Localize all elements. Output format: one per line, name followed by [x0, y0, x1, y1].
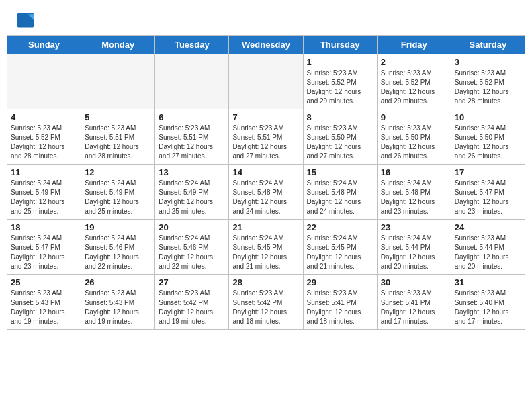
- day-number: 26: [85, 277, 151, 287]
- day-info: Sunrise: 5:24 AM Sunset: 5:49 PM Dayligh…: [11, 179, 77, 216]
- day-number: 31: [455, 277, 521, 287]
- weekday-header-tuesday: Tuesday: [155, 36, 229, 54]
- day-number: 5: [85, 112, 151, 122]
- calendar-cell: 26Sunrise: 5:23 AM Sunset: 5:43 PM Dayli…: [81, 275, 155, 330]
- day-number: 13: [159, 167, 225, 177]
- day-info: Sunrise: 5:24 AM Sunset: 5:45 PM Dayligh…: [232, 234, 299, 271]
- calendar-cell: [229, 54, 303, 109]
- calendar-cell: 5Sunrise: 5:23 AM Sunset: 5:51 PM Daylig…: [81, 109, 155, 165]
- day-number: 14: [232, 167, 299, 177]
- calendar-cell: 25Sunrise: 5:23 AM Sunset: 5:43 PM Dayli…: [7, 275, 81, 330]
- day-info: Sunrise: 5:24 AM Sunset: 5:44 PM Dayligh…: [381, 234, 447, 271]
- weekday-header-friday: Friday: [377, 36, 451, 54]
- day-info: Sunrise: 5:24 AM Sunset: 5:46 PM Dayligh…: [159, 234, 225, 271]
- day-info: Sunrise: 5:23 AM Sunset: 5:50 PM Dayligh…: [307, 124, 373, 161]
- day-number: 28: [232, 277, 299, 287]
- day-info: Sunrise: 5:24 AM Sunset: 5:47 PM Dayligh…: [11, 234, 77, 271]
- day-info: Sunrise: 5:24 AM Sunset: 5:49 PM Dayligh…: [159, 179, 225, 216]
- day-number: 11: [11, 167, 77, 177]
- weekday-header-wednesday: Wednesday: [229, 36, 303, 54]
- calendar-cell: 11Sunrise: 5:24 AM Sunset: 5:49 PM Dayli…: [7, 165, 81, 220]
- day-info: Sunrise: 5:23 AM Sunset: 5:43 PM Dayligh…: [85, 289, 151, 326]
- calendar-cell: 10Sunrise: 5:24 AM Sunset: 5:50 PM Dayli…: [451, 109, 525, 165]
- day-info: Sunrise: 5:23 AM Sunset: 5:51 PM Dayligh…: [85, 124, 151, 161]
- calendar-cell: 9Sunrise: 5:23 AM Sunset: 5:50 PM Daylig…: [377, 109, 451, 165]
- calendar-cell: 21Sunrise: 5:24 AM Sunset: 5:45 PM Dayli…: [229, 220, 303, 275]
- calendar-cell: 2Sunrise: 5:23 AM Sunset: 5:52 PM Daylig…: [377, 54, 451, 109]
- day-number: 2: [381, 57, 447, 67]
- calendar-cell: 31Sunrise: 5:23 AM Sunset: 5:40 PM Dayli…: [451, 275, 525, 330]
- day-number: 1: [307, 57, 373, 67]
- day-info: Sunrise: 5:24 AM Sunset: 5:49 PM Dayligh…: [85, 179, 151, 216]
- calendar-cell: 29Sunrise: 5:23 AM Sunset: 5:41 PM Dayli…: [303, 275, 377, 330]
- day-info: Sunrise: 5:23 AM Sunset: 5:41 PM Dayligh…: [307, 289, 373, 326]
- calendar-cell: [81, 54, 155, 109]
- day-number: 22: [307, 222, 373, 232]
- calendar-wrap: SundayMondayTuesdayWednesdayThursdayFrid…: [0, 35, 532, 336]
- day-number: 4: [11, 112, 77, 122]
- day-number: 7: [232, 112, 299, 122]
- day-number: 10: [455, 112, 521, 122]
- day-number: 29: [307, 277, 373, 287]
- day-number: 3: [455, 57, 521, 67]
- day-number: 9: [381, 112, 447, 122]
- weekday-header-monday: Monday: [81, 36, 155, 54]
- calendar-cell: [155, 54, 229, 109]
- day-info: Sunrise: 5:23 AM Sunset: 5:52 PM Dayligh…: [455, 68, 521, 106]
- page-header: [0, 0, 532, 35]
- calendar-cell: 14Sunrise: 5:24 AM Sunset: 5:48 PM Dayli…: [229, 165, 303, 220]
- weekday-header-thursday: Thursday: [303, 36, 377, 54]
- day-number: 20: [159, 222, 225, 232]
- day-number: 16: [381, 167, 447, 177]
- calendar-cell: 6Sunrise: 5:23 AM Sunset: 5:51 PM Daylig…: [155, 109, 229, 165]
- day-number: 21: [232, 222, 299, 232]
- calendar-week-3: 11Sunrise: 5:24 AM Sunset: 5:49 PM Dayli…: [7, 165, 525, 220]
- calendar-cell: 7Sunrise: 5:23 AM Sunset: 5:51 PM Daylig…: [229, 109, 303, 165]
- day-number: 6: [159, 112, 225, 122]
- day-info: Sunrise: 5:23 AM Sunset: 5:50 PM Dayligh…: [381, 124, 447, 161]
- day-info: Sunrise: 5:24 AM Sunset: 5:46 PM Dayligh…: [85, 234, 151, 271]
- logo-icon: [16, 11, 35, 30]
- calendar-cell: [7, 54, 81, 109]
- day-info: Sunrise: 5:24 AM Sunset: 5:48 PM Dayligh…: [307, 179, 373, 216]
- calendar-cell: 30Sunrise: 5:23 AM Sunset: 5:41 PM Dayli…: [377, 275, 451, 330]
- calendar-cell: 28Sunrise: 5:23 AM Sunset: 5:42 PM Dayli…: [229, 275, 303, 330]
- day-info: Sunrise: 5:23 AM Sunset: 5:41 PM Dayligh…: [381, 289, 447, 326]
- day-number: 24: [455, 222, 521, 232]
- day-info: Sunrise: 5:23 AM Sunset: 5:52 PM Dayligh…: [381, 68, 447, 106]
- calendar-cell: 19Sunrise: 5:24 AM Sunset: 5:46 PM Dayli…: [81, 220, 155, 275]
- day-number: 30: [381, 277, 447, 287]
- logo: [16, 11, 36, 30]
- calendar-cell: 17Sunrise: 5:24 AM Sunset: 5:47 PM Dayli…: [451, 165, 525, 220]
- calendar-cell: 18Sunrise: 5:24 AM Sunset: 5:47 PM Dayli…: [7, 220, 81, 275]
- day-info: Sunrise: 5:24 AM Sunset: 5:47 PM Dayligh…: [455, 179, 521, 216]
- day-info: Sunrise: 5:23 AM Sunset: 5:51 PM Dayligh…: [159, 124, 225, 161]
- day-info: Sunrise: 5:24 AM Sunset: 5:48 PM Dayligh…: [381, 179, 447, 216]
- weekday-header-sunday: Sunday: [7, 36, 81, 54]
- calendar-cell: 22Sunrise: 5:24 AM Sunset: 5:45 PM Dayli…: [303, 220, 377, 275]
- day-info: Sunrise: 5:23 AM Sunset: 5:52 PM Dayligh…: [11, 124, 77, 161]
- day-number: 27: [159, 277, 225, 287]
- day-info: Sunrise: 5:24 AM Sunset: 5:45 PM Dayligh…: [307, 234, 373, 271]
- day-info: Sunrise: 5:23 AM Sunset: 5:42 PM Dayligh…: [159, 289, 225, 326]
- day-number: 18: [11, 222, 77, 232]
- calendar-week-1: 1Sunrise: 5:23 AM Sunset: 5:52 PM Daylig…: [7, 54, 525, 109]
- calendar-cell: 16Sunrise: 5:24 AM Sunset: 5:48 PM Dayli…: [377, 165, 451, 220]
- calendar-cell: 3Sunrise: 5:23 AM Sunset: 5:52 PM Daylig…: [451, 54, 525, 109]
- day-number: 8: [307, 112, 373, 122]
- day-number: 15: [307, 167, 373, 177]
- calendar-cell: 4Sunrise: 5:23 AM Sunset: 5:52 PM Daylig…: [7, 109, 81, 165]
- day-number: 17: [455, 167, 521, 177]
- calendar-week-2: 4Sunrise: 5:23 AM Sunset: 5:52 PM Daylig…: [7, 109, 525, 165]
- day-number: 23: [381, 222, 447, 232]
- calendar-cell: 15Sunrise: 5:24 AM Sunset: 5:48 PM Dayli…: [303, 165, 377, 220]
- day-info: Sunrise: 5:23 AM Sunset: 5:44 PM Dayligh…: [455, 234, 521, 271]
- calendar-cell: 23Sunrise: 5:24 AM Sunset: 5:44 PM Dayli…: [377, 220, 451, 275]
- calendar-table: SundayMondayTuesdayWednesdayThursdayFrid…: [7, 35, 525, 330]
- day-info: Sunrise: 5:24 AM Sunset: 5:48 PM Dayligh…: [232, 179, 299, 216]
- weekday-header-saturday: Saturday: [451, 36, 525, 54]
- day-info: Sunrise: 5:24 AM Sunset: 5:50 PM Dayligh…: [455, 124, 521, 161]
- day-info: Sunrise: 5:23 AM Sunset: 5:42 PM Dayligh…: [232, 289, 299, 326]
- calendar-cell: 1Sunrise: 5:23 AM Sunset: 5:52 PM Daylig…: [303, 54, 377, 109]
- day-number: 12: [85, 167, 151, 177]
